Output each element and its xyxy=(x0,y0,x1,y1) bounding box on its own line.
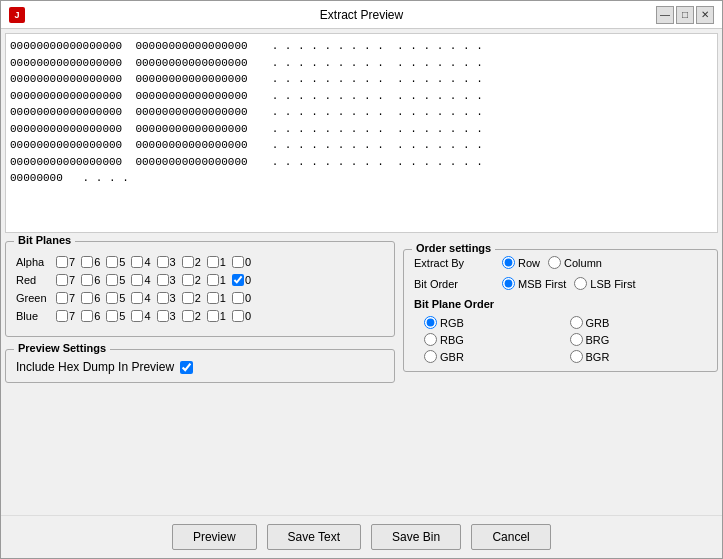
hex-dump-row: Include Hex Dump In Preview xyxy=(16,356,384,374)
blue-6-checkbox[interactable] xyxy=(81,310,93,322)
bpo-gbr-item: GBR xyxy=(424,350,562,363)
preview-line: 00000000000000000 00000000000000000. . .… xyxy=(10,38,713,55)
bpo-grb-radio[interactable] xyxy=(570,316,583,329)
red-3-checkbox[interactable] xyxy=(157,274,169,286)
green-1-label: 1 xyxy=(220,292,226,304)
green-4-item: 4 xyxy=(131,292,150,304)
green-6-checkbox[interactable] xyxy=(81,292,93,304)
red-2-item: 2 xyxy=(182,274,201,286)
blue-2-checkbox[interactable] xyxy=(182,310,194,322)
red-5-item: 5 xyxy=(106,274,125,286)
bpo-brg-radio[interactable] xyxy=(570,333,583,346)
bpo-rbg-radio[interactable] xyxy=(424,333,437,346)
red-6-label: 6 xyxy=(94,274,100,286)
red-4-label: 4 xyxy=(144,274,150,286)
green-4-checkbox[interactable] xyxy=(131,292,143,304)
extract-by-row-radio[interactable] xyxy=(502,256,515,269)
red-7-checkbox[interactable] xyxy=(56,274,68,286)
green-5-checkbox[interactable] xyxy=(106,292,118,304)
preview-area[interactable]: 00000000000000000 00000000000000000. . .… xyxy=(5,33,718,233)
save-text-button[interactable]: Save Text xyxy=(267,524,361,550)
green-3-item: 3 xyxy=(157,292,176,304)
red-3-item: 3 xyxy=(157,274,176,286)
green-2-label: 2 xyxy=(195,292,201,304)
blue-3-checkbox[interactable] xyxy=(157,310,169,322)
red-1-checkbox[interactable] xyxy=(207,274,219,286)
close-button[interactable]: ✕ xyxy=(696,6,714,24)
bit-order-label: Bit Order xyxy=(414,278,494,290)
alpha-2-checkbox[interactable] xyxy=(182,256,194,268)
left-panel: Bit Planes Alpha 7 6 5 4 3 2 1 0 xyxy=(5,241,395,511)
minimize-button[interactable]: — xyxy=(656,6,674,24)
alpha-7-checkbox[interactable] xyxy=(56,256,68,268)
green-row: Green 7 6 5 4 3 2 1 0 xyxy=(16,292,384,304)
red-6-item: 6 xyxy=(81,274,100,286)
save-bin-button[interactable]: Save Bin xyxy=(371,524,461,550)
bpo-rgb-radio[interactable] xyxy=(424,316,437,329)
preview-line: 00000000 . . . . xyxy=(10,170,713,187)
alpha-row: Alpha 7 6 5 4 3 2 1 0 xyxy=(16,256,384,268)
extract-by-column-radio-label: Column xyxy=(564,257,602,269)
preview-button[interactable]: Preview xyxy=(172,524,257,550)
alpha-4-label: 4 xyxy=(144,256,150,268)
blue-3-label: 3 xyxy=(170,310,176,322)
msb-first-label: MSB First xyxy=(518,278,566,290)
green-1-item: 1 xyxy=(207,292,226,304)
blue-7-checkbox[interactable] xyxy=(56,310,68,322)
blue-5-item: 5 xyxy=(106,310,125,322)
extract-by-row-radio-label: Row xyxy=(518,257,540,269)
blue-1-checkbox[interactable] xyxy=(207,310,219,322)
bottom-bar: Preview Save Text Save Bin Cancel xyxy=(1,515,722,558)
red-5-checkbox[interactable] xyxy=(106,274,118,286)
alpha-3-checkbox[interactable] xyxy=(157,256,169,268)
lsb-first-radio[interactable] xyxy=(574,277,587,290)
green-2-checkbox[interactable] xyxy=(182,292,194,304)
alpha-4-item: 4 xyxy=(131,256,150,268)
msb-first-radio[interactable] xyxy=(502,277,515,290)
bpo-gbr-radio[interactable] xyxy=(424,350,437,363)
blue-4-item: 4 xyxy=(131,310,150,322)
extract-by-column-item: Column xyxy=(548,256,602,269)
alpha-5-checkbox[interactable] xyxy=(106,256,118,268)
extract-by-column-radio[interactable] xyxy=(548,256,561,269)
red-4-item: 4 xyxy=(131,274,150,286)
green-3-checkbox[interactable] xyxy=(157,292,169,304)
red-5-label: 5 xyxy=(119,274,125,286)
alpha-6-item: 6 xyxy=(81,256,100,268)
green-0-checkbox[interactable] xyxy=(232,292,244,304)
bpo-brg-label: BRG xyxy=(586,334,610,346)
red-0-checkbox[interactable] xyxy=(232,274,244,286)
preview-settings-group: Preview Settings Include Hex Dump In Pre… xyxy=(5,349,395,383)
green-7-checkbox[interactable] xyxy=(56,292,68,304)
red-6-checkbox[interactable] xyxy=(81,274,93,286)
green-6-item: 6 xyxy=(81,292,100,304)
alpha-0-label: 0 xyxy=(245,256,251,268)
blue-0-checkbox[interactable] xyxy=(232,310,244,322)
red-7-label: 7 xyxy=(69,274,75,286)
blue-5-checkbox[interactable] xyxy=(106,310,118,322)
extract-by-label: Extract By xyxy=(414,257,494,269)
blue-7-label: 7 xyxy=(69,310,75,322)
alpha-7-label: 7 xyxy=(69,256,75,268)
bpo-bgr-radio[interactable] xyxy=(570,350,583,363)
hex-dump-checkbox[interactable] xyxy=(180,361,193,374)
alpha-1-checkbox[interactable] xyxy=(207,256,219,268)
green-1-checkbox[interactable] xyxy=(207,292,219,304)
red-2-checkbox[interactable] xyxy=(182,274,194,286)
blue-4-label: 4 xyxy=(144,310,150,322)
bpo-bgr-item: BGR xyxy=(570,350,708,363)
alpha-6-checkbox[interactable] xyxy=(81,256,93,268)
blue-1-item: 1 xyxy=(207,310,226,322)
maximize-button[interactable]: □ xyxy=(676,6,694,24)
blue-4-checkbox[interactable] xyxy=(131,310,143,322)
alpha-1-label: 1 xyxy=(220,256,226,268)
alpha-1-item: 1 xyxy=(207,256,226,268)
alpha-4-checkbox[interactable] xyxy=(131,256,143,268)
red-row: Red 7 6 5 4 3 2 1 0 xyxy=(16,274,384,286)
alpha-6-label: 6 xyxy=(94,256,100,268)
blue-2-label: 2 xyxy=(195,310,201,322)
red-4-checkbox[interactable] xyxy=(131,274,143,286)
bpo-grb-item: GRB xyxy=(570,316,708,329)
alpha-0-checkbox[interactable] xyxy=(232,256,244,268)
cancel-button[interactable]: Cancel xyxy=(471,524,551,550)
